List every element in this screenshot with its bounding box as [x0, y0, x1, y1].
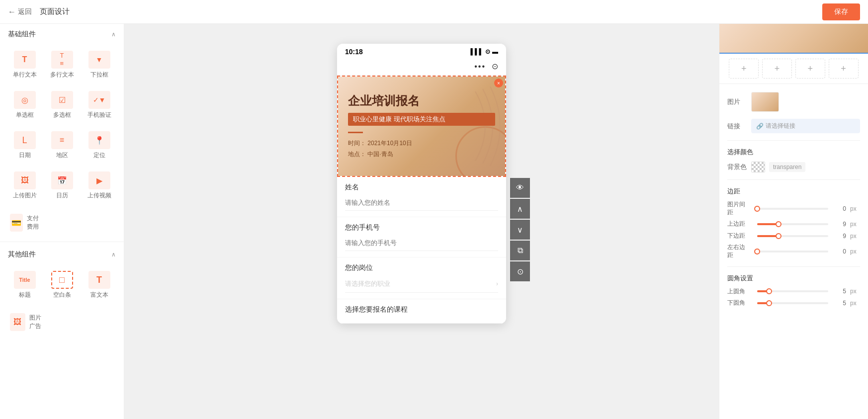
form-field-course: 选择您要报名的课程: [337, 299, 506, 324]
slider-bottom-margin-thumb[interactable]: [776, 233, 781, 239]
slider-lr-margin-track[interactable]: [757, 251, 828, 252]
status-icons: ▌▌▌ ⊙ ▬: [470, 48, 498, 55]
slider-bottom-margin-track[interactable]: [757, 235, 828, 237]
phone-frame: 10:18 ▌▌▌ ⊙ ▬ ••• ⊙ ×: [337, 44, 506, 324]
phone-field-input[interactable]: [345, 235, 498, 251]
basic-section-chevron-icon: ∧: [111, 31, 116, 38]
ad-image-icon: 🖼: [10, 313, 25, 331]
slider-lr-margin-thumb[interactable]: [754, 249, 760, 254]
slider-bottom-radius-track[interactable]: [757, 302, 828, 304]
location-icon: 📍: [88, 131, 110, 149]
component-region[interactable]: ≡ 地区: [45, 127, 79, 164]
course-field-label: 选择您要报名的课程: [345, 305, 498, 314]
slider-bottom-radius-label: 下圆角: [727, 299, 753, 307]
phone-nav-bar: ••• ⊙: [337, 60, 506, 76]
component-ad-image[interactable]: 🖼 图片广告: [8, 309, 48, 335]
banner-title: 企业培训报名: [348, 93, 495, 109]
component-rich-text[interactable]: T 富文本: [83, 267, 116, 303]
bg-color-swatch[interactable]: [751, 162, 765, 172]
position-field-label: 您的岗位: [345, 263, 498, 272]
slider-top-radius-thumb[interactable]: [766, 288, 772, 294]
tool-down-button[interactable]: ∨: [510, 220, 530, 240]
name-field-input[interactable]: [345, 195, 498, 211]
down-icon: ∨: [517, 225, 523, 235]
slider-bottom-radius-value: 5: [832, 300, 846, 307]
tool-eye-button[interactable]: 👁: [510, 178, 530, 198]
add-col-2-button[interactable]: +: [762, 59, 792, 79]
tool-up-button[interactable]: ∧: [510, 199, 530, 219]
slider-img-gap-thumb[interactable]: [754, 206, 760, 212]
upload-img-label: 上传图片: [13, 191, 37, 200]
slider-bottom-margin-value: 9: [832, 233, 846, 240]
slider-img-gap-value: 0: [832, 205, 846, 212]
component-payment[interactable]: 💳 支付费用: [8, 210, 43, 236]
banner-close-button[interactable]: ×: [494, 79, 503, 87]
slider-top-margin-thumb[interactable]: [776, 221, 781, 227]
component-calendar[interactable]: 📅 日历: [45, 168, 79, 204]
title-icon: Title: [14, 271, 36, 289]
slider-top-margin-label: 上边距: [727, 220, 753, 228]
component-date[interactable]: L 日期: [8, 127, 41, 164]
eye-icon: 👁: [516, 183, 524, 192]
slider-top-radius-track[interactable]: [757, 290, 828, 292]
component-upload-video[interactable]: ▶ 上传视频: [83, 168, 116, 204]
component-radio[interactable]: ◎ 单选框: [8, 87, 41, 123]
slider-lr-margin-value: 0: [832, 248, 846, 255]
slider-bottom-radius-thumb[interactable]: [766, 300, 772, 306]
add-col-3-button[interactable]: +: [795, 59, 825, 79]
corner-section-title: 圆角设置: [727, 274, 860, 283]
add-col-1-button[interactable]: +: [729, 59, 759, 79]
canvas-area: 10:18 ▌▌▌ ⊙ ▬ ••• ⊙ ×: [124, 24, 719, 419]
ad-row: 🖼 图片广告: [0, 309, 124, 339]
multi-text-icon: T≡: [51, 51, 73, 69]
calendar-label: 日历: [56, 191, 68, 200]
slider-lr-margin-unit: px: [850, 248, 860, 255]
slider-bottom-margin-label: 下边距: [727, 232, 753, 240]
slider-lr-margin-label: 左右边距: [727, 244, 753, 259]
component-dropdown[interactable]: ▼ 下拉框: [83, 47, 116, 83]
slider-top-radius-label: 上圆角: [727, 288, 753, 296]
component-phone-verify[interactable]: ✓▼ 手机验证: [83, 87, 116, 123]
select-arrow-icon: ›: [496, 280, 498, 287]
slider-top-margin-track[interactable]: [757, 223, 828, 225]
slider-top-radius: 上圆角 5 px: [727, 288, 860, 296]
banner-location-value: 中国·青岛: [367, 151, 393, 158]
form-section: 姓名 您的手机号 您的岗位 请选择您的职业 ›: [337, 177, 506, 324]
slider-img-gap-label: 图片间距: [727, 201, 753, 216]
tool-copy-button[interactable]: ⧉: [510, 241, 530, 260]
save-button[interactable]: 保存: [822, 3, 860, 20]
back-arrow-icon: ←: [8, 7, 16, 16]
canvas-tools: 👁 ∧ ∨ ⧉ ⊙: [510, 178, 530, 281]
component-multi-text[interactable]: T≡ 多行文本: [45, 47, 79, 83]
phone-field-label: 您的手机号: [345, 223, 498, 232]
name-field-label: 姓名: [345, 183, 498, 192]
component-upload-img[interactable]: 🖼 上传图片: [8, 168, 41, 204]
banner-location: 地点： 中国·青岛: [348, 149, 495, 160]
back-button[interactable]: ← 返回: [8, 7, 32, 16]
image-preview: [751, 92, 779, 112]
link-input[interactable]: 🔗 请选择链接: [751, 119, 860, 133]
slider-img-gap-track[interactable]: [757, 208, 828, 210]
form-field-phone: 您的手机号: [337, 217, 506, 257]
add-col-4-button[interactable]: +: [829, 59, 859, 79]
dropdown-label: 下拉框: [90, 71, 108, 79]
bg-color-label: 背景色: [727, 163, 747, 171]
settings-icon: ⊙: [517, 267, 523, 276]
tool-settings-button[interactable]: ⊙: [510, 261, 530, 281]
component-title[interactable]: Title 标题: [8, 267, 41, 303]
component-location[interactable]: 📍 定位: [83, 127, 116, 164]
region-label: 地区: [56, 151, 68, 160]
signal-icon: ▌▌▌: [470, 48, 483, 55]
nav-record-icon: ⊙: [492, 62, 498, 71]
slider-top-margin: 上边距 9 px: [727, 220, 860, 228]
position-field-select[interactable]: 请选择您的职业 ›: [345, 275, 498, 293]
component-single-text[interactable]: T 单行文本: [8, 47, 41, 83]
location-label: 定位: [93, 151, 105, 160]
component-blank[interactable]: □ 空白条: [45, 267, 79, 303]
banner-subtitle: 职业心里健康 现代职场关注焦点: [348, 113, 495, 126]
banner-container[interactable]: × 企业培训报名 职业心里健康 现代职场关注焦点: [337, 76, 506, 177]
date-label: 日期: [19, 151, 31, 160]
payment-label: 支付费用: [27, 214, 41, 231]
slider-top-radius-value: 5: [832, 288, 846, 295]
component-checkbox[interactable]: ☑ 多选框: [45, 87, 79, 123]
